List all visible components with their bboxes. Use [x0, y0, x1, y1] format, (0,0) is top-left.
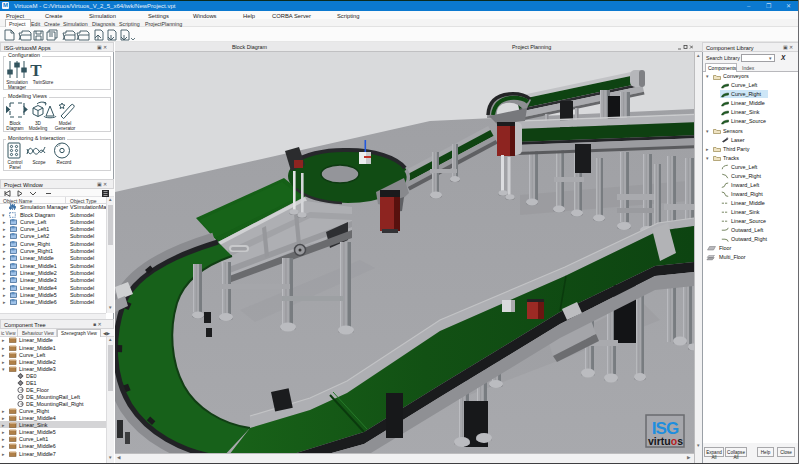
svg-text:T: T	[30, 61, 42, 79]
svg-text:virtuos: virtuos	[648, 435, 683, 447]
